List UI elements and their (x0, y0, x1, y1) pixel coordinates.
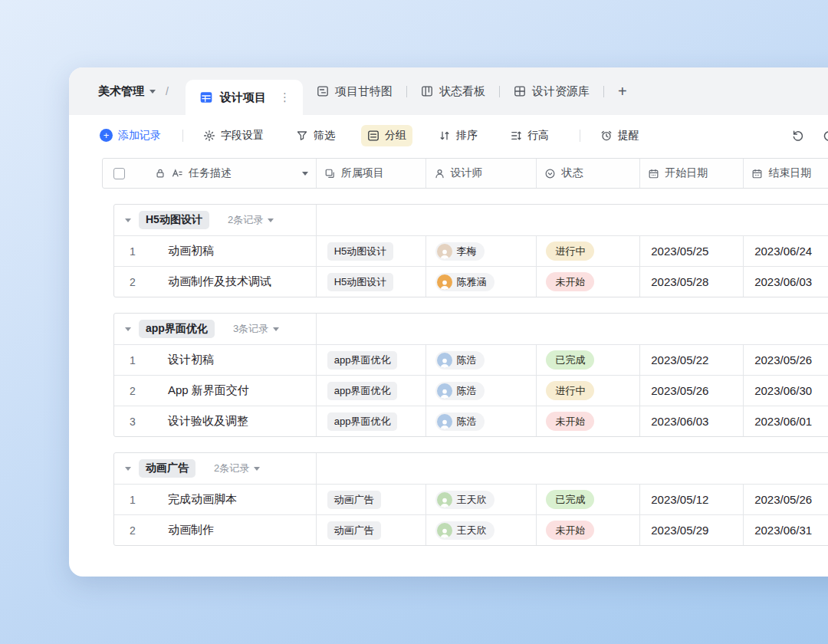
select-field-icon (544, 168, 556, 179)
collapse-triangle-icon[interactable] (125, 219, 131, 222)
task-cell[interactable]: 动画初稿 (151, 244, 214, 258)
redo-icon[interactable] (822, 129, 828, 143)
project-tag[interactable]: app界面优化 (327, 412, 398, 431)
group-record-count[interactable]: 2条记录 (228, 213, 274, 227)
column-label: 任务描述 (189, 166, 232, 180)
project-tag[interactable]: H5动图设计 (327, 242, 394, 261)
chevron-down-icon (254, 467, 260, 471)
end-date-cell[interactable]: 2023/06/01 (744, 406, 828, 436)
breadcrumb-title[interactable]: 美术管理 (98, 84, 144, 99)
reminder-button[interactable]: 提醒 (594, 125, 646, 146)
start-date-cell[interactable]: 2023/06/03 (640, 406, 744, 436)
column-header-end-date[interactable]: 结束日期 (744, 159, 828, 188)
chevron-down-icon[interactable] (302, 172, 308, 176)
chevron-down-icon[interactable] (150, 90, 156, 94)
designer-name: 王天欣 (457, 524, 487, 537)
start-date-cell[interactable]: 2023/05/29 (640, 515, 744, 545)
breadcrumb[interactable]: 美术管理 / (69, 67, 169, 115)
end-date-cell[interactable]: 2023/06/30 (744, 376, 828, 406)
tab-label: 设计资源库 (532, 84, 590, 99)
status-badge[interactable]: 进行中 (546, 242, 594, 261)
view-tabs: 设计项目 ⋮ 项目甘特图 状态看板 设计资源库 (186, 67, 641, 115)
group-name-tag[interactable]: 动画广告 (139, 459, 196, 478)
avatar (437, 492, 452, 508)
project-tag[interactable]: app界面优化 (327, 351, 398, 370)
designer-chip[interactable]: 陈浩 (435, 382, 485, 400)
sort-button[interactable]: 排序 (432, 125, 484, 146)
table-row[interactable]: 2动画制作及技术调试 H5动图设计 陈雅涵 未开始 2023/05/28 202… (114, 266, 828, 297)
tab-kanban[interactable]: 状态看板 (407, 67, 499, 115)
table-row[interactable]: 1动画初稿 H5动图设计 李梅 进行中 2023/05/25 2023/06/2… (114, 235, 828, 266)
designer-chip[interactable]: 李梅 (435, 242, 485, 261)
start-date-cell[interactable]: 2023/05/22 (640, 345, 744, 375)
group-record-count[interactable]: 3条记录 (233, 322, 279, 336)
group-button[interactable]: 分组 (361, 125, 412, 146)
row-height-button[interactable]: 行高 (504, 125, 555, 146)
end-date-cell[interactable]: 2023/06/03 (744, 267, 828, 297)
collapse-triangle-icon[interactable] (125, 327, 131, 331)
column-header-project[interactable]: 所属项目 (317, 159, 426, 188)
group-name-tag[interactable]: H5动图设计 (139, 211, 209, 229)
project-tag[interactable]: app界面优化 (327, 382, 398, 400)
tab-gantt[interactable]: 项目甘特图 (303, 67, 406, 115)
group-icon (367, 130, 380, 142)
designer-chip[interactable]: 陈浩 (435, 351, 485, 370)
column-header-designer[interactable]: 设计师 (426, 159, 537, 188)
group-record-count[interactable]: 2条记录 (214, 462, 260, 475)
group-block: H5动图设计 2条记录 1动画初稿 H5动图设计 李梅 进行中 2023/05/… (113, 204, 828, 297)
task-cell[interactable]: 完成动画脚本 (151, 492, 237, 507)
project-tag[interactable]: 动画广告 (327, 491, 381, 509)
designer-chip[interactable]: 王天欣 (435, 521, 495, 540)
end-date-cell[interactable]: 2023/05/26 (744, 485, 828, 514)
end-date-cell[interactable]: 2023/06/24 (744, 236, 828, 266)
designer-chip[interactable]: 陈浩 (435, 412, 485, 431)
task-cell[interactable]: 动画制作 (151, 523, 214, 537)
table-row[interactable]: 2动画制作 动画广告 王天欣 未开始 2023/05/29 2023/06/31 (114, 514, 828, 545)
designer-chip[interactable]: 陈雅涵 (435, 273, 495, 291)
project-tag[interactable]: H5动图设计 (327, 273, 394, 291)
group-name-tag[interactable]: app界面优化 (139, 320, 215, 338)
status-badge[interactable]: 未开始 (546, 412, 594, 431)
end-date-cell[interactable]: 2023/06/31 (744, 515, 828, 545)
start-date-cell[interactable]: 2023/05/26 (640, 376, 744, 406)
table-row[interactable]: 1设计初稿 app界面优化 陈浩 已完成 2023/05/22 2023/05/… (114, 344, 828, 375)
column-header-status[interactable]: 状态 (537, 159, 640, 188)
start-date-cell[interactable]: 2023/05/12 (640, 485, 744, 514)
end-date-cell[interactable]: 2023/05/26 (744, 345, 828, 375)
add-view-button[interactable]: + (604, 67, 641, 115)
group-block: app界面优化 3条记录 1设计初稿 app界面优化 陈浩 已完成 2023/0… (113, 313, 828, 437)
table-row[interactable]: 1完成动画脚本 动画广告 王天欣 已完成 2023/05/12 2023/05/… (114, 484, 828, 514)
select-all-checkbox[interactable] (113, 168, 125, 179)
alarm-clock-icon (600, 130, 613, 142)
start-date-cell[interactable]: 2023/05/28 (640, 267, 744, 297)
project-tag[interactable]: 动画广告 (327, 521, 381, 540)
status-badge[interactable]: 未开始 (546, 521, 594, 540)
undo-icon[interactable] (791, 129, 805, 143)
field-settings-button[interactable]: 字段设置 (197, 125, 270, 146)
tab-label: 设计项目 (220, 90, 266, 105)
task-cell[interactable]: 动画制作及技术调试 (151, 274, 271, 289)
status-badge[interactable]: 未开始 (546, 272, 594, 291)
task-cell[interactable]: App 新界面交付 (151, 383, 249, 398)
column-header-task[interactable]: 任务描述 (103, 159, 317, 188)
column-header-start-date[interactable]: 开始日期 (640, 159, 744, 188)
tab-resource-library[interactable]: 设计资源库 (500, 67, 603, 115)
task-cell[interactable]: 设计验收及调整 (151, 414, 248, 429)
gear-icon (203, 130, 215, 142)
table-row[interactable]: 3设计验收及调整 app界面优化 陈浩 未开始 2023/06/03 2023/… (114, 406, 828, 436)
table-row[interactable]: 2App 新界面交付 app界面优化 陈浩 进行中 2023/05/26 202… (114, 375, 828, 406)
status-badge[interactable]: 已完成 (546, 350, 594, 370)
add-record-label: 添加记录 (118, 129, 161, 143)
start-date-cell[interactable]: 2023/05/25 (640, 236, 744, 266)
group-header: H5动图设计 2条记录 (114, 205, 828, 235)
add-record-button[interactable]: + 添加记录 (100, 125, 167, 146)
status-badge[interactable]: 进行中 (546, 381, 594, 400)
avatar (437, 383, 452, 399)
task-cell[interactable]: 设计初稿 (151, 353, 214, 367)
designer-chip[interactable]: 王天欣 (435, 491, 495, 509)
collapse-triangle-icon[interactable] (125, 467, 131, 471)
status-badge[interactable]: 已完成 (546, 490, 594, 509)
tab-design-project[interactable]: 设计项目 ⋮ (186, 80, 303, 115)
filter-button[interactable]: 筛选 (290, 125, 341, 146)
tab-more-icon[interactable]: ⋮ (279, 90, 291, 104)
